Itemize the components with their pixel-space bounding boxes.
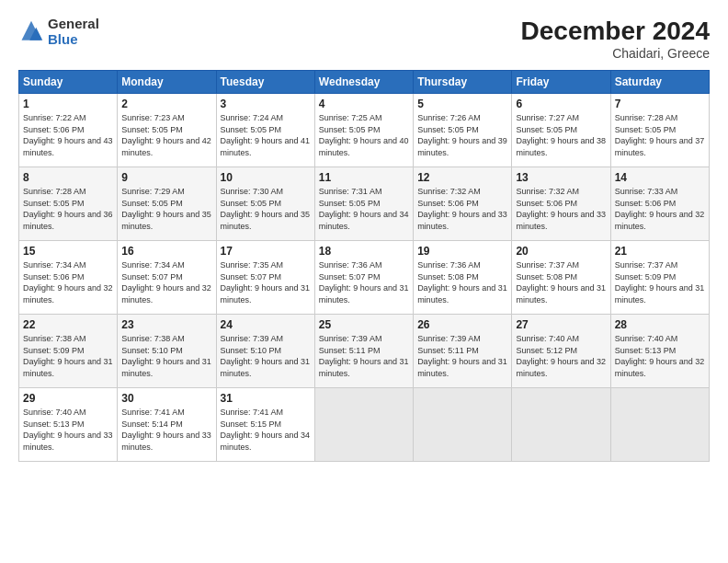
table-row: 26 Sunrise: 7:39 AMSunset: 5:11 PMDaylig… [414, 315, 512, 388]
day-number: 25 [319, 318, 409, 331]
day-info: Sunrise: 7:22 AMSunset: 5:06 PMDaylight:… [23, 113, 113, 157]
day-info: Sunrise: 7:40 AMSunset: 5:13 PMDaylight:… [23, 408, 113, 452]
logo-icon [18, 19, 44, 45]
calendar-title: December 2024 [521, 17, 710, 46]
day-info: Sunrise: 7:23 AMSunset: 5:05 PMDaylight:… [121, 113, 211, 157]
day-number: 14 [615, 171, 705, 184]
day-info: Sunrise: 7:37 AMSunset: 5:09 PMDaylight:… [615, 260, 705, 304]
header-wednesday: Wednesday [314, 71, 413, 94]
logo-blue-text: Blue [48, 32, 99, 48]
day-number: 16 [121, 245, 211, 258]
day-number: 13 [516, 171, 606, 184]
day-info: Sunrise: 7:38 AMSunset: 5:09 PMDaylight:… [23, 334, 113, 378]
table-row: 25 Sunrise: 7:39 AMSunset: 5:11 PMDaylig… [314, 315, 413, 388]
page: General Blue December 2024 Chaidari, Gre… [0, 0, 728, 563]
day-info: Sunrise: 7:36 AMSunset: 5:08 PMDaylight:… [417, 260, 507, 304]
table-row: 15 Sunrise: 7:34 AMSunset: 5:06 PMDaylig… [19, 241, 118, 315]
day-number: 29 [23, 392, 113, 405]
day-number: 3 [221, 98, 311, 110]
table-row: 5 Sunrise: 7:26 AMSunset: 5:05 PMDayligh… [414, 94, 512, 167]
day-number: 19 [417, 245, 507, 258]
day-number: 6 [516, 98, 606, 110]
table-row [610, 388, 709, 462]
day-info: Sunrise: 7:24 AMSunset: 5:05 PMDaylight:… [221, 113, 311, 157]
day-number: 7 [615, 98, 705, 110]
day-number: 15 [23, 245, 113, 258]
day-info: Sunrise: 7:33 AMSunset: 5:06 PMDaylight:… [615, 187, 705, 231]
table-row: 10 Sunrise: 7:30 AMSunset: 5:05 PMDaylig… [216, 167, 314, 241]
day-number: 31 [221, 392, 311, 405]
table-row: 20 Sunrise: 7:37 AMSunset: 5:08 PMDaylig… [512, 241, 610, 315]
day-info: Sunrise: 7:36 AMSunset: 5:07 PMDaylight:… [319, 260, 409, 304]
table-row: 28 Sunrise: 7:40 AMSunset: 5:13 PMDaylig… [610, 315, 709, 388]
day-number: 11 [319, 171, 409, 184]
day-info: Sunrise: 7:29 AMSunset: 5:05 PMDaylight:… [121, 187, 211, 231]
header-tuesday: Tuesday [216, 71, 314, 94]
day-info: Sunrise: 7:41 AMSunset: 5:14 PMDaylight:… [121, 408, 211, 452]
table-row: 8 Sunrise: 7:28 AMSunset: 5:05 PMDayligh… [19, 167, 118, 241]
day-info: Sunrise: 7:34 AMSunset: 5:06 PMDaylight:… [23, 260, 113, 304]
day-number: 26 [417, 318, 507, 331]
day-info: Sunrise: 7:34 AMSunset: 5:07 PMDaylight:… [121, 260, 211, 304]
table-row: 16 Sunrise: 7:34 AMSunset: 5:07 PMDaylig… [118, 241, 216, 315]
day-info: Sunrise: 7:40 AMSunset: 5:12 PMDaylight:… [516, 334, 606, 378]
table-row: 6 Sunrise: 7:27 AMSunset: 5:05 PMDayligh… [512, 94, 610, 167]
header-friday: Friday [512, 71, 610, 94]
table-row: 21 Sunrise: 7:37 AMSunset: 5:09 PMDaylig… [610, 241, 709, 315]
header: General Blue December 2024 Chaidari, Gre… [18, 17, 710, 61]
day-number: 10 [221, 171, 311, 184]
table-row: 12 Sunrise: 7:32 AMSunset: 5:06 PMDaylig… [414, 167, 512, 241]
day-info: Sunrise: 7:40 AMSunset: 5:13 PMDaylight:… [615, 334, 705, 378]
table-row: 19 Sunrise: 7:36 AMSunset: 5:08 PMDaylig… [414, 241, 512, 315]
day-info: Sunrise: 7:31 AMSunset: 5:05 PMDaylight:… [319, 187, 409, 231]
day-number: 21 [615, 245, 705, 258]
day-info: Sunrise: 7:25 AMSunset: 5:05 PMDaylight:… [319, 113, 409, 157]
day-number: 22 [23, 318, 113, 331]
logo-general-text: General [48, 17, 99, 32]
day-number: 2 [121, 98, 211, 110]
day-info: Sunrise: 7:27 AMSunset: 5:05 PMDaylight:… [516, 113, 606, 157]
day-info: Sunrise: 7:32 AMSunset: 5:06 PMDaylight:… [516, 187, 606, 231]
day-number: 17 [221, 245, 311, 258]
day-info: Sunrise: 7:28 AMSunset: 5:05 PMDaylight:… [23, 187, 113, 231]
day-info: Sunrise: 7:30 AMSunset: 5:05 PMDaylight:… [221, 187, 311, 231]
table-row [414, 388, 512, 462]
day-info: Sunrise: 7:35 AMSunset: 5:07 PMDaylight:… [221, 260, 311, 304]
table-row: 4 Sunrise: 7:25 AMSunset: 5:05 PMDayligh… [314, 94, 413, 167]
day-info: Sunrise: 7:41 AMSunset: 5:15 PMDaylight:… [221, 408, 311, 452]
table-row: 18 Sunrise: 7:36 AMSunset: 5:07 PMDaylig… [314, 241, 413, 315]
table-row: 24 Sunrise: 7:39 AMSunset: 5:10 PMDaylig… [216, 315, 314, 388]
table-row: 13 Sunrise: 7:32 AMSunset: 5:06 PMDaylig… [512, 167, 610, 241]
header-sunday: Sunday [19, 71, 118, 94]
day-number: 24 [221, 318, 311, 331]
table-row: 2 Sunrise: 7:23 AMSunset: 5:05 PMDayligh… [118, 94, 216, 167]
table-row: 17 Sunrise: 7:35 AMSunset: 5:07 PMDaylig… [216, 241, 314, 315]
title-block: December 2024 Chaidari, Greece [521, 17, 710, 61]
day-number: 1 [23, 98, 113, 110]
calendar-week-row: 29 Sunrise: 7:40 AMSunset: 5:13 PMDaylig… [19, 388, 710, 462]
header-saturday: Saturday [610, 71, 709, 94]
day-info: Sunrise: 7:26 AMSunset: 5:05 PMDaylight:… [417, 113, 507, 157]
calendar-week-row: 22 Sunrise: 7:38 AMSunset: 5:09 PMDaylig… [19, 315, 710, 388]
calendar-table: Sunday Monday Tuesday Wednesday Thursday… [18, 70, 710, 462]
logo-text: General Blue [48, 17, 99, 47]
table-row: 31 Sunrise: 7:41 AMSunset: 5:15 PMDaylig… [216, 388, 314, 462]
day-info: Sunrise: 7:39 AMSunset: 5:11 PMDaylight:… [319, 334, 409, 378]
day-number: 5 [417, 98, 507, 110]
table-row: 7 Sunrise: 7:28 AMSunset: 5:05 PMDayligh… [610, 94, 709, 167]
day-number: 12 [417, 171, 507, 184]
day-number: 28 [615, 318, 705, 331]
table-row: 11 Sunrise: 7:31 AMSunset: 5:05 PMDaylig… [314, 167, 413, 241]
table-row: 14 Sunrise: 7:33 AMSunset: 5:06 PMDaylig… [610, 167, 709, 241]
table-row: 29 Sunrise: 7:40 AMSunset: 5:13 PMDaylig… [19, 388, 118, 462]
calendar-header-row: Sunday Monday Tuesday Wednesday Thursday… [19, 71, 710, 94]
day-info: Sunrise: 7:38 AMSunset: 5:10 PMDaylight:… [121, 334, 211, 378]
day-number: 18 [319, 245, 409, 258]
day-info: Sunrise: 7:39 AMSunset: 5:10 PMDaylight:… [221, 334, 311, 378]
day-number: 9 [121, 171, 211, 184]
table-row [314, 388, 413, 462]
day-info: Sunrise: 7:32 AMSunset: 5:06 PMDaylight:… [417, 187, 507, 231]
header-thursday: Thursday [414, 71, 512, 94]
calendar-week-row: 15 Sunrise: 7:34 AMSunset: 5:06 PMDaylig… [19, 241, 710, 315]
table-row: 1 Sunrise: 7:22 AMSunset: 5:06 PMDayligh… [19, 94, 118, 167]
